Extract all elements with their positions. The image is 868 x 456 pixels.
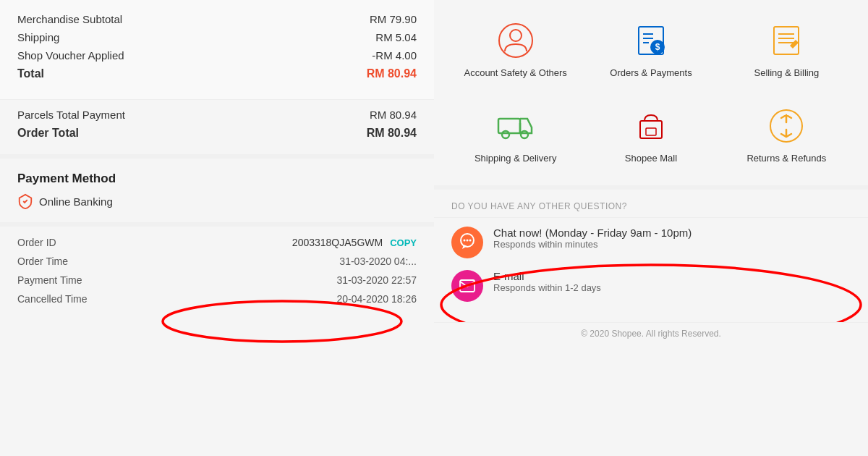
merchandise-row: Merchandise Subtotal RM 79.90 xyxy=(17,13,417,25)
parcels-total-row: Parcels Total Payment RM 80.94 xyxy=(17,109,417,121)
svg-rect-9 xyxy=(774,27,799,54)
email-title: E-mail xyxy=(493,270,601,282)
chat-contact-item: Chat now! (Monday - Friday 9am - 10pm) R… xyxy=(451,227,851,258)
order-total-row: Order Total RM 80.94 xyxy=(17,127,417,140)
returns-refunds-icon xyxy=(768,108,804,144)
chat-subtitle: Responds within minutes xyxy=(493,239,692,250)
orders-payments-icon: $ xyxy=(633,22,669,59)
category-returns[interactable]: Returns & Refunds xyxy=(723,100,851,171)
question-title: DO YOU HAVE ANY OTHER QUESTION? xyxy=(451,201,851,211)
shipping-value: RM 5.04 xyxy=(375,31,417,43)
order-time-label: Order Time xyxy=(17,256,68,267)
payment-time-value: 31-03-2020 22:57 xyxy=(336,274,417,286)
svg-point-2 xyxy=(510,30,522,41)
svg-point-22 xyxy=(469,240,472,242)
email-envelope-icon xyxy=(459,277,476,295)
total-value: RM 80.94 xyxy=(367,67,417,80)
merchandise-label: Merchandise Subtotal xyxy=(17,13,122,25)
selling-icon-wrapper xyxy=(766,20,807,61)
order-total-label: Order Total xyxy=(17,127,79,140)
voucher-value: -RM 4.00 xyxy=(372,49,417,62)
order-time-row: Order Time 31-03-2020 04:... xyxy=(17,256,417,267)
chat-contact-text: Chat now! (Monday - Friday 9am - 10pm) R… xyxy=(493,227,692,250)
payment-method-row: Online Banking xyxy=(17,193,417,209)
order-id-label: Order ID xyxy=(17,237,56,248)
voucher-row: Shop Voucher Applied -RM 4.00 xyxy=(17,49,417,62)
returns-icon-wrapper xyxy=(766,106,807,146)
shipping-row: Shipping RM 5.04 xyxy=(17,31,417,43)
svg-point-20 xyxy=(464,240,466,242)
total-row: Total RM 80.94 xyxy=(17,67,417,80)
chat-bubble-icon xyxy=(458,233,477,252)
mall-icon-wrapper xyxy=(631,106,671,146)
categories-grid: Account Safety & Others $ Orders & Payme… xyxy=(451,14,851,171)
order-id-value-group: 2003318QJA5GWM COPY xyxy=(292,237,417,248)
footer: © 2020 Shopee. All rights Reserved. xyxy=(434,322,868,345)
account-icon-wrapper xyxy=(495,20,536,61)
order-summary-section: Merchandise Subtotal RM 79.90 Shipping R… xyxy=(0,0,434,100)
category-selling[interactable]: Selling & Billing xyxy=(723,14,851,85)
category-shopee-mall[interactable]: Shopee Mall xyxy=(587,100,715,171)
shipping-label: Shipping xyxy=(17,31,59,43)
svg-rect-13 xyxy=(498,119,520,133)
shield-icon xyxy=(17,193,33,209)
order-total-value: RM 80.94 xyxy=(367,127,417,140)
copy-button[interactable]: COPY xyxy=(390,237,417,248)
payment-time-label: Payment Time xyxy=(17,274,82,286)
question-section: DO YOU HAVE ANY OTHER QUESTION? xyxy=(434,190,868,218)
merchandise-value: RM 79.90 xyxy=(370,13,417,25)
email-subtitle: Responds within 1-2 days xyxy=(493,282,601,293)
cancelled-time-row: Cancelled Time 20-04-2020 18:26 xyxy=(17,293,417,305)
contact-section: Chat now! (Monday - Friday 9am - 10pm) R… xyxy=(434,218,868,322)
order-id-row: Order ID 2003318QJA5GWM COPY xyxy=(17,237,417,248)
chat-title: Chat now! (Monday - Friday 9am - 10pm) xyxy=(493,227,692,239)
shipping-label: Shipping & Delivery xyxy=(475,152,556,165)
shipping-icon-wrapper xyxy=(495,106,536,146)
email-icon[interactable] xyxy=(451,270,483,302)
account-label: Account Safety & Others xyxy=(464,67,566,80)
svg-point-15 xyxy=(521,131,528,138)
voucher-label: Shop Voucher Applied xyxy=(17,49,124,62)
svg-point-14 xyxy=(502,131,509,138)
svg-text:$: $ xyxy=(655,42,660,52)
payment-title: Payment Method xyxy=(17,172,417,186)
selling-billing-icon xyxy=(768,22,804,59)
payment-section: Payment Method Online Banking xyxy=(0,159,434,227)
orders-icon-wrapper: $ xyxy=(631,20,671,61)
email-contact-text: E-mail Responds within 1-2 days xyxy=(493,270,601,293)
parcels-section: Parcels Total Payment RM 80.94 Order Tot… xyxy=(0,100,434,159)
cancelled-time-label: Cancelled Time xyxy=(17,293,88,305)
total-label: Total xyxy=(17,67,44,80)
parcels-label: Parcels Total Payment xyxy=(17,109,125,121)
category-orders[interactable]: $ Orders & Payments xyxy=(587,14,715,85)
chat-icon[interactable] xyxy=(451,227,483,258)
account-safety-icon xyxy=(498,22,534,59)
order-details-section: Order ID 2003318QJA5GWM COPY Order Time … xyxy=(0,227,434,322)
category-account[interactable]: Account Safety & Others xyxy=(451,14,579,85)
cancelled-time-value: 20-04-2020 18:26 xyxy=(336,293,417,305)
order-time-value: 31-03-2020 04:... xyxy=(339,256,417,267)
orders-label: Orders & Payments xyxy=(610,67,692,80)
selling-label: Selling & Billing xyxy=(754,67,820,80)
mall-label: Shopee Mall xyxy=(625,152,677,165)
returns-label: Returns & Refunds xyxy=(746,152,826,165)
parcels-value: RM 80.94 xyxy=(370,109,417,121)
category-shipping[interactable]: Shipping & Delivery xyxy=(451,100,579,171)
shopee-mall-icon xyxy=(633,108,669,144)
svg-rect-17 xyxy=(646,128,656,135)
svg-point-21 xyxy=(467,240,469,242)
payment-method-label: Online Banking xyxy=(39,195,113,208)
help-categories-section: Account Safety & Others $ Orders & Payme… xyxy=(434,0,868,190)
shipping-delivery-icon xyxy=(495,106,536,146)
order-id-value: 2003318QJA5GWM xyxy=(292,237,383,248)
payment-time-row: Payment Time 31-03-2020 22:57 xyxy=(17,274,417,286)
email-contact-item: E-mail Responds within 1-2 days xyxy=(451,270,851,302)
